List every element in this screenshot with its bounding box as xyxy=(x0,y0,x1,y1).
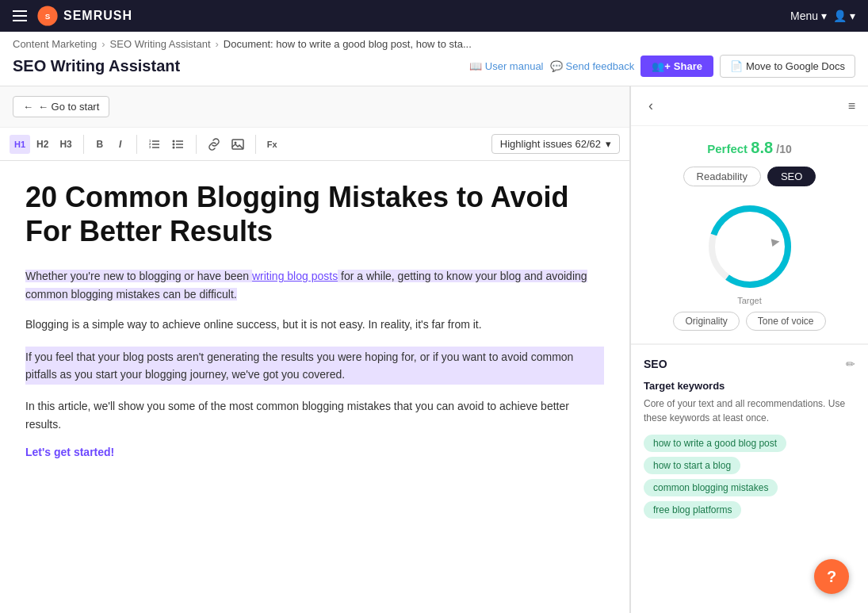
move-to-docs-button[interactable]: 📄 Move to Google Docs xyxy=(720,55,855,78)
seo-section-title: SEO xyxy=(644,358,667,370)
right-panel: ‹ ≡ Perfect 8.8 /10 Readability SEO xyxy=(630,86,868,613)
breadcrumb: Content Marketing › SEO Writing Assistan… xyxy=(13,38,855,50)
seo-section: SEO ✏ Target keywords Core of your text … xyxy=(631,344,868,531)
help-button[interactable]: ? xyxy=(814,559,849,594)
share-button[interactable]: 👥+ Share xyxy=(640,56,713,77)
h3-button[interactable]: H3 xyxy=(55,135,76,154)
paragraph-4: In this article, we'll show you some of … xyxy=(25,397,604,433)
ordered-list-button[interactable]: 123 xyxy=(143,135,166,154)
editor-content[interactable]: 20 Common Blogging Mistakes to Avoid For… xyxy=(0,161,629,613)
svg-point-11 xyxy=(172,140,174,142)
keyword-tag: common blogging mistakes xyxy=(644,479,778,496)
share-icon: 👥+ xyxy=(652,60,671,72)
topbar-right: Menu ▾ 👤 ▾ xyxy=(790,10,855,22)
svg-marker-18 xyxy=(770,237,780,247)
target-keywords-label: Target keywords xyxy=(644,380,855,392)
tab-originality[interactable]: Originality xyxy=(673,312,739,331)
bold-button[interactable]: B xyxy=(90,135,109,154)
breadcrumb-content-marketing[interactable]: Content Marketing xyxy=(13,38,97,50)
list-group: 123 xyxy=(143,135,197,154)
logo-text: SEMRUSH xyxy=(63,9,132,23)
gauge-target-label: Target xyxy=(737,296,762,305)
feedback-icon: 💬 xyxy=(550,60,563,72)
breadcrumb-sep2: › xyxy=(216,38,219,50)
highlight-issues-dropdown[interactable]: Highlight issues 62/62 ▾ xyxy=(491,134,620,154)
panel-header: ‹ ≡ xyxy=(631,86,868,126)
format-group: B I xyxy=(90,135,137,154)
tab-readability[interactable]: Readability xyxy=(683,167,761,186)
subheader-bottom: SEO Writing Assistant 📖 User manual 💬 Se… xyxy=(13,55,855,78)
image-button[interactable] xyxy=(227,135,249,154)
paragraph-2: Blogging is a simple way to achieve onli… xyxy=(25,316,604,333)
panel-collapse-button[interactable]: ‹ xyxy=(644,96,658,116)
document-title[interactable]: 20 Common Blogging Mistakes to Avoid For… xyxy=(25,180,604,248)
go-to-start-button[interactable]: ← ← Go to start xyxy=(13,96,109,117)
breadcrumb-sep1: › xyxy=(101,38,105,50)
h2-button[interactable]: H2 xyxy=(32,135,53,154)
italic-button[interactable]: I xyxy=(111,135,130,154)
breadcrumb-current: Document: how to write a good blog post,… xyxy=(224,38,472,50)
menu-button[interactable]: Menu ▾ xyxy=(790,10,827,22)
keywords-list: how to write a good blog post how to sta… xyxy=(644,435,855,519)
svg-text:S: S xyxy=(45,12,51,21)
seo-header: SEO ✏ xyxy=(644,358,855,370)
svg-text:3: 3 xyxy=(149,145,151,149)
semrush-logo: S SEMRUSH xyxy=(36,5,132,27)
keywords-description: Core of your text and all recommendation… xyxy=(644,397,855,425)
editor-toolbar: H1 H2 H3 B I 123 xyxy=(0,128,629,161)
subheader-actions: 📖 User manual 💬 Send feedback 👥+ Share 📄… xyxy=(469,55,855,78)
main-tabs: Readability SEO xyxy=(644,167,855,186)
heading-group: H1 H2 H3 xyxy=(10,135,84,154)
score-value: 8.8 xyxy=(751,139,773,156)
editor-section: ← ← Go to start H1 H2 H3 B I 123 xyxy=(0,86,630,613)
sub-tabs: Originality Tone of voice xyxy=(644,312,855,331)
page-title: SEO Writing Assistant xyxy=(13,57,180,75)
subheader: Content Marketing › SEO Writing Assistan… xyxy=(0,32,868,86)
arrow-left-icon: ← xyxy=(23,101,33,113)
seo-edit-button[interactable]: ✏ xyxy=(846,358,855,370)
chevron-down-icon: ▾ xyxy=(606,138,611,150)
paragraph-3: If you feel that your blog posts aren't … xyxy=(25,347,604,385)
main-area: ← ← Go to start H1 H2 H3 B I 123 xyxy=(0,86,868,613)
insert-group xyxy=(203,135,256,154)
svg-point-13 xyxy=(172,146,174,148)
score-denominator: /10 xyxy=(776,143,791,155)
go-to-start-bar: ← ← Go to start xyxy=(0,86,629,128)
breadcrumb-seo-writing-assistant[interactable]: SEO Writing Assistant xyxy=(110,38,211,50)
svg-point-15 xyxy=(234,141,236,144)
paragraph-5[interactable]: Let's get started! xyxy=(25,446,604,458)
h1-button[interactable]: H1 xyxy=(10,135,30,154)
tab-seo[interactable]: SEO xyxy=(767,167,816,186)
panel-menu-button[interactable]: ≡ xyxy=(848,99,855,113)
link-button[interactable] xyxy=(203,135,225,154)
docs-icon: 📄 xyxy=(730,60,743,72)
user-manual-button[interactable]: 📖 User manual xyxy=(469,60,544,72)
hamburger-menu[interactable] xyxy=(13,10,27,21)
keyword-tag: how to write a good blog post xyxy=(644,435,786,452)
svg-point-12 xyxy=(172,143,174,145)
user-button[interactable]: 👤 ▾ xyxy=(833,10,855,22)
score-label: Perfect 8.8 /10 xyxy=(644,139,855,157)
tab-tone-of-voice[interactable]: Tone of voice xyxy=(746,312,826,331)
topbar-left: S SEMRUSH xyxy=(13,5,132,27)
gauge-chart xyxy=(702,199,797,294)
keyword-tag: free blog platforms xyxy=(644,501,741,519)
send-feedback-button[interactable]: 💬 Send feedback xyxy=(550,60,635,72)
gauge-container: Target xyxy=(644,199,855,305)
clear-format-button[interactable]: Fx xyxy=(262,135,282,154)
topbar: S SEMRUSH Menu ▾ 👤 ▾ xyxy=(0,0,868,32)
keyword-tag: how to start a blog xyxy=(644,457,740,474)
score-section: Perfect 8.8 /10 Readability SEO xyxy=(631,126,868,344)
book-icon: 📖 xyxy=(469,60,482,72)
paragraph-1: Whether you're new to blogging or have b… xyxy=(25,267,604,303)
unordered-list-button[interactable] xyxy=(167,135,189,154)
